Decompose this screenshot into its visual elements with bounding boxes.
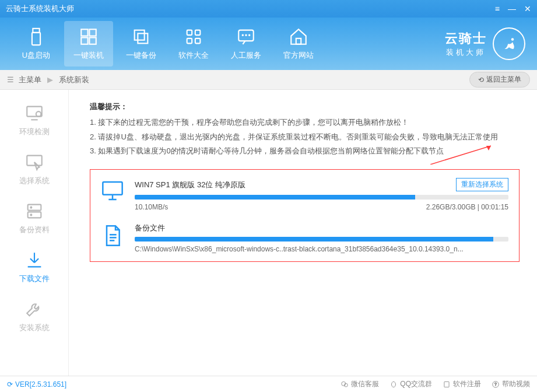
nav-one-click-install[interactable]: 一键装机 [64, 21, 113, 66]
breadcrumb: ☰ 主菜单 ▶ 系统新装 ⟲ 返回主菜单 [0, 70, 537, 90]
sidebar-item-install[interactable]: 安装系统 [0, 292, 68, 341]
brand-logo-icon [493, 27, 525, 60]
nav-website[interactable]: 官方网站 [274, 21, 323, 66]
footer-help[interactable]: ?帮助视频 [492, 379, 530, 389]
download-speed: 10.10MB/s [135, 203, 168, 211]
body: 环境检测 选择系统 备份资料 下载文件 安装系统 温馨提示： 1. 接下来的过程… [0, 90, 537, 376]
nav-usb-boot[interactable]: U盘启动 [12, 21, 61, 66]
footer-register[interactable]: 软件注册 [443, 379, 481, 389]
usb-icon [26, 27, 46, 47]
svg-rect-5 [89, 37, 96, 44]
footer-qq[interactable]: QQ交流群 [389, 379, 432, 389]
chat-icon [236, 27, 256, 47]
copy-icon [131, 27, 151, 47]
svg-point-33 [392, 382, 396, 387]
backup-title: 备份文件 [135, 223, 165, 233]
close-icon[interactable]: ✕ [524, 4, 531, 13]
system-title: WIN7 SP1 旗舰版 32位 纯净原版 [135, 180, 245, 190]
top-nav: U盘启动 一键装机 一键备份 软件大全 人工服务 官方网站 云骑士 装机大师 [0, 18, 537, 70]
minimize-icon[interactable]: — [508, 4, 516, 13]
server-icon [24, 201, 44, 221]
titlebar: 云骑士系统装机大师 ≡ — ✕ [0, 0, 537, 18]
sidebar-item-env-check[interactable]: 环境检测 [0, 96, 68, 145]
chevron-right-icon: ▶ [47, 75, 53, 84]
svg-text:?: ? [494, 382, 497, 386]
register-icon [443, 380, 451, 388]
footer: ⟳ VER[2.5.31.651] 微信客服 QQ交流群 软件注册 ?帮助视频 [0, 376, 537, 392]
window-controls: ≡ — ✕ [495, 4, 531, 13]
qq-icon [389, 380, 398, 388]
windows-icon [79, 27, 99, 47]
back-to-main-button[interactable]: ⟲ 返回主菜单 [469, 72, 530, 88]
download-icon [24, 250, 44, 270]
svg-rect-21 [27, 205, 41, 211]
svg-rect-7 [138, 33, 148, 43]
home-icon [289, 27, 308, 47]
backup-progress [135, 237, 508, 242]
download-size-time: 2.26GB/3.00GB | 00:01:15 [426, 203, 508, 211]
svg-rect-22 [27, 212, 41, 218]
download-backup-body: 备份文件 C:\Windows\WinSxS\x86_microsoft-win… [135, 223, 508, 253]
svg-rect-16 [296, 38, 301, 44]
tip-line: 1. 接下来的过程无需您的干预，程序会帮助您自动完成剩下的步骤，您可以离开电脑稍… [90, 116, 520, 130]
svg-rect-4 [81, 37, 87, 44]
backup-path: C:\Windows\WinSxS\x86_microsoft-windows-… [135, 245, 508, 253]
download-system-body: WIN7 SP1 旗舰版 32位 纯净原版 重新选择系统 10.10MB/s 2… [135, 178, 508, 211]
svg-rect-9 [195, 30, 201, 36]
svg-point-13 [243, 34, 243, 35]
nav-one-click-backup[interactable]: 一键备份 [117, 21, 166, 66]
nav-support[interactable]: 人工服务 [222, 21, 271, 66]
svg-rect-1 [32, 33, 40, 45]
footer-wechat[interactable]: 微信客服 [341, 379, 379, 389]
apps-icon [184, 27, 203, 47]
svg-point-17 [511, 38, 514, 41]
help-icon: ? [492, 380, 500, 388]
system-progress [135, 195, 508, 200]
version-label: VER[2.5.31.651] [15, 380, 66, 388]
sidebar-item-download[interactable]: 下载文件 [0, 243, 68, 292]
back-label: 返回主菜单 [486, 75, 521, 85]
svg-rect-8 [187, 30, 192, 36]
cursor-select-icon [24, 152, 44, 172]
svg-rect-10 [187, 38, 192, 44]
nav-label: 一键备份 [126, 50, 156, 61]
crumb-main[interactable]: 主菜单 [19, 75, 41, 85]
refresh-icon[interactable]: ⟳ [7, 380, 13, 388]
brand-name: 云骑士 [445, 30, 487, 47]
tips-title: 温馨提示： [90, 102, 520, 112]
svg-rect-6 [135, 30, 145, 40]
svg-point-23 [30, 207, 31, 208]
system-meta: 10.10MB/s 2.26GB/3.00GB | 00:01:15 [135, 203, 508, 211]
tip-line: 3. 如果遇到下载速度为0的情况时请耐心等待几分钟，服务器会自动根据您当前网络位… [90, 144, 520, 159]
wechat-icon [341, 380, 349, 388]
nav-label: 一键装机 [73, 50, 104, 61]
sidebar-label: 下载文件 [19, 274, 50, 284]
sidebar-label: 备份资料 [19, 225, 50, 235]
file-icon [101, 224, 124, 249]
brand-text: 云骑士 装机大师 [445, 30, 487, 58]
list-icon: ☰ [7, 75, 14, 84]
crumb-current: 系统新装 [59, 75, 89, 85]
system-progress-fill [135, 195, 415, 200]
sidebar-item-select-system[interactable]: 选择系统 [0, 145, 68, 194]
nav-label: U盘启动 [22, 50, 50, 61]
footer-links: 微信客服 QQ交流群 软件注册 ?帮助视频 [341, 379, 530, 389]
sidebar: 环境检测 选择系统 备份资料 下载文件 安装系统 [0, 90, 69, 376]
nav-label: 软件大全 [178, 50, 209, 61]
backup-progress-fill [135, 237, 493, 242]
svg-rect-3 [89, 29, 96, 36]
sidebar-item-backup[interactable]: 备份资料 [0, 194, 68, 243]
monitor-icon [101, 179, 124, 204]
download-panel: WIN7 SP1 旗舰版 32位 纯净原版 重新选择系统 10.10MB/s 2… [90, 169, 520, 262]
sidebar-label: 安装系统 [19, 323, 50, 333]
svg-point-24 [30, 214, 31, 215]
nav-label: 人工服务 [231, 50, 261, 61]
sidebar-label: 选择系统 [19, 176, 50, 186]
menu-icon[interactable]: ≡ [495, 4, 500, 13]
svg-point-15 [249, 34, 250, 35]
nav-software[interactable]: 软件大全 [169, 21, 218, 66]
back-arrow-icon: ⟲ [478, 76, 484, 84]
reselect-system-button[interactable]: 重新选择系统 [456, 178, 508, 191]
sidebar-label: 环境检测 [19, 127, 50, 137]
brand-sub: 装机大师 [445, 47, 487, 58]
